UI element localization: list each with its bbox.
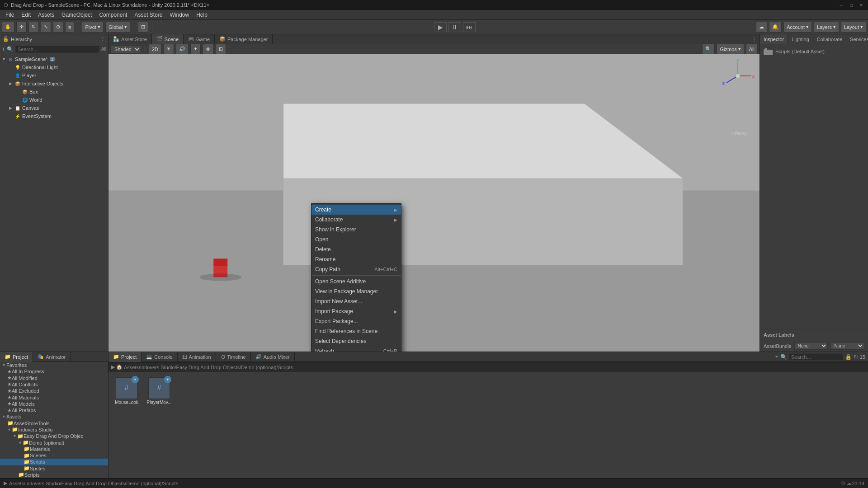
transform-rotate-tool[interactable]: ↻ xyxy=(28,22,39,33)
gizmos-button[interactable]: Gizmos ▾ xyxy=(717,44,744,55)
layout-button[interactable]: Layout ▾ xyxy=(841,22,866,33)
transform-hand-tool[interactable]: ✋ xyxy=(2,22,14,33)
ctx-item-delete[interactable]: Delete xyxy=(311,244,401,254)
tab-timeline[interactable]: ⏱ Timeline xyxy=(216,352,251,362)
hier-item-directionallight[interactable]: 💡 Directional Light xyxy=(0,63,108,71)
search-scene-button[interactable]: 🔍 xyxy=(702,44,715,55)
scene-hidden-button[interactable]: 👁 xyxy=(203,44,214,55)
close-button[interactable]: ✕ xyxy=(858,2,864,8)
play-button[interactable]: ▶ xyxy=(434,22,447,32)
ctx-item-select-dependencies[interactable]: Select Dependencies xyxy=(311,336,401,346)
step-button[interactable]: ⏭ xyxy=(463,22,476,32)
add-hierarchy-button[interactable]: + xyxy=(2,46,5,52)
tree-item-all-modified[interactable]: ★ All Modified xyxy=(0,375,108,381)
hier-item-world[interactable]: 🌐 World xyxy=(0,96,108,104)
tab-project-right[interactable]: 📁 Project xyxy=(108,352,142,362)
tab-lighting[interactable]: Lighting xyxy=(788,34,813,44)
hier-item-player[interactable]: 👤 Player xyxy=(0,71,108,80)
tab-asset-store[interactable]: 🏪 Asset Store xyxy=(108,34,152,44)
global-button[interactable]: Global ▾ xyxy=(105,22,130,33)
ctx-item-open[interactable]: Open xyxy=(311,235,401,244)
menu-asset-store[interactable]: Asset Store xyxy=(131,10,166,20)
create-button-project[interactable]: + xyxy=(775,354,778,360)
scene-light-button[interactable]: ☀ xyxy=(163,44,174,55)
pivot-button[interactable]: Pivot ▾ xyxy=(82,22,103,33)
pause-button[interactable]: ⏸ xyxy=(448,22,461,32)
tab-audio-mixer[interactable]: 🔊 Audio Mixer xyxy=(251,352,295,362)
transform-multi-tool[interactable]: ≡ xyxy=(65,22,74,33)
all-button[interactable]: All xyxy=(746,44,758,55)
menu-gameobject[interactable]: GameObject xyxy=(58,10,95,20)
tree-item-demo[interactable]: ▼ 📁 Demo (optional) xyxy=(0,439,108,446)
ctx-item-view-package-manager[interactable]: View in Package Manager xyxy=(311,286,401,296)
tree-item-scripts-root[interactable]: 📁 Scripts xyxy=(0,472,108,478)
scene-audio-button[interactable]: 🔊 xyxy=(176,44,189,55)
2d-button[interactable]: 2D xyxy=(149,44,161,55)
tree-item-materials[interactable]: 📁 Materials xyxy=(0,446,108,452)
menu-assets[interactable]: Assets xyxy=(34,10,58,20)
menu-edit[interactable]: Edit xyxy=(18,10,34,20)
asset-bundle-variant-dropdown[interactable]: None xyxy=(830,342,864,350)
scene-panel-menu[interactable]: ⋮ xyxy=(749,36,760,42)
hier-item-interactive[interactable]: ▶ 📦 Interactive Objects xyxy=(0,80,108,88)
tab-animation[interactable]: 🎞 Animation xyxy=(178,352,216,362)
tree-item-all-materials[interactable]: ★ All Materials xyxy=(0,394,108,400)
menu-component[interactable]: Component xyxy=(95,10,131,20)
tree-item-easydrag[interactable]: ▼ 📁 Easy Drag And Drop Objec xyxy=(0,433,108,439)
tab-animator[interactable]: 🎭 Animator xyxy=(33,352,71,362)
tree-item-all-prefabs[interactable]: ★ All Prefabs xyxy=(0,407,108,413)
refresh-icon-project[interactable]: ↻ xyxy=(854,354,858,360)
tree-item-all-progress[interactable]: ★ All In Progress xyxy=(0,368,108,375)
maximize-button[interactable]: □ xyxy=(848,2,854,8)
tree-item-sprites[interactable]: 📁 Sprites xyxy=(0,465,108,472)
ctx-item-copy-path[interactable]: Copy Path Alt+Ctrl+C xyxy=(311,264,401,274)
tree-item-indovers[interactable]: ▼ 📁 Indovers Studio xyxy=(0,427,108,433)
ctx-item-export-package[interactable]: Export Package... xyxy=(311,316,401,326)
menu-window[interactable]: Window xyxy=(166,10,193,20)
tree-item-scripts[interactable]: 📁 Scripts xyxy=(0,459,108,465)
account-button[interactable]: Account ▾ xyxy=(783,22,812,33)
layers-button[interactable]: Layers ▾ xyxy=(814,22,839,33)
tab-scene[interactable]: 🎬 Scene xyxy=(152,34,184,44)
hier-item-eventsystem[interactable]: ⚡ EventSystem xyxy=(0,112,108,120)
collab-button[interactable]: ☁ xyxy=(756,22,767,33)
menu-help[interactable]: Help xyxy=(193,10,211,20)
transform-scale-tool[interactable]: ⤡ xyxy=(41,22,51,33)
shading-dropdown[interactable]: Shaded xyxy=(110,45,141,53)
ctx-item-import-new-asset[interactable]: Import New Asset... xyxy=(311,296,401,306)
transform-move-tool[interactable]: ✛ xyxy=(16,22,27,33)
tree-item-assets[interactable]: ▼ Assets xyxy=(0,413,108,420)
hierarchy-search-input[interactable] xyxy=(15,46,99,53)
tree-item-all-models[interactable]: ★ All Models xyxy=(0,401,108,407)
ctx-item-create[interactable]: Create ▶ xyxy=(311,205,401,215)
ctx-item-collaborate[interactable]: Collaborate ▶ xyxy=(311,215,401,225)
asset-bundle-dropdown[interactable]: None xyxy=(794,342,828,350)
ctx-item-import-package[interactable]: Import Package ▶ xyxy=(311,306,401,316)
transform-rect-tool[interactable]: ⊕ xyxy=(53,22,63,33)
ctx-item-rename[interactable]: Rename xyxy=(311,254,401,264)
tab-inspector[interactable]: Inspector xyxy=(760,34,788,44)
hier-item-canvas[interactable]: ▶ 📋 Canvas xyxy=(0,104,108,112)
ctx-item-show-explorer[interactable]: Show in Explorer xyxy=(311,225,401,235)
asset-mouselook[interactable]: # + MouseLook xyxy=(112,375,141,407)
asset-playermov[interactable]: # + PlayerMov... xyxy=(145,375,174,407)
ctx-item-find-references[interactable]: Find References in Scene xyxy=(311,326,401,336)
ctx-item-open-scene-additive[interactable]: Open Scene Additive xyxy=(311,277,401,286)
tab-services[interactable]: Services xyxy=(846,34,868,44)
hier-item-samplescene[interactable]: ▼ ⊙ SampleScene* 1 xyxy=(0,55,108,63)
tree-item-favorites[interactable]: ▼ Favorites xyxy=(0,362,108,368)
window-controls[interactable]: ─ □ ✕ xyxy=(838,2,864,8)
minimize-button[interactable]: ─ xyxy=(838,2,844,8)
scene-view[interactable]: x y z < Persp Create ▶ xyxy=(108,54,760,352)
tree-item-all-excluded[interactable]: ★ All Excluded xyxy=(0,388,108,394)
scene-fx-button[interactable]: ✦ xyxy=(190,44,201,55)
tree-item-all-conflicts[interactable]: ★ All Conflicts xyxy=(0,381,108,388)
scene-grid-button[interactable]: ⊞ xyxy=(216,44,226,55)
tab-package-manager[interactable]: 📦 Package Manager xyxy=(215,34,273,44)
hier-item-box[interactable]: 📦 Box xyxy=(0,88,108,96)
tab-collaborate[interactable]: Collaborate xyxy=(813,34,846,44)
tab-console[interactable]: 💻 Console xyxy=(142,352,177,362)
project-search-input[interactable] xyxy=(789,353,843,361)
grid-button[interactable]: ⊞ xyxy=(138,22,148,33)
menu-file[interactable]: File xyxy=(2,10,18,20)
